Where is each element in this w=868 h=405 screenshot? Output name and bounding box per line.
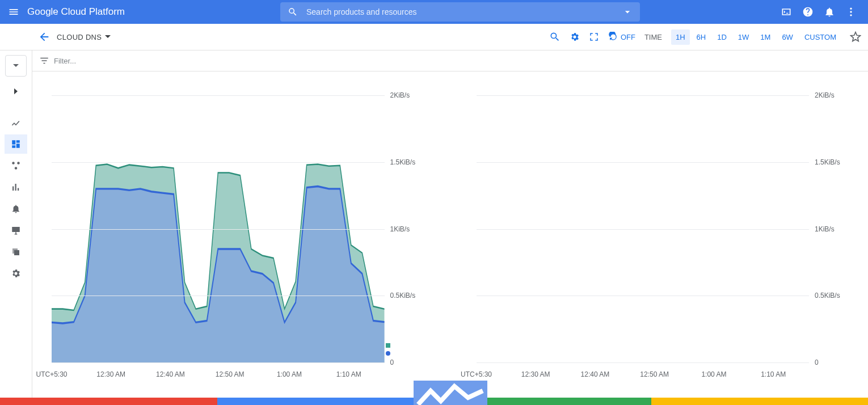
menu-icon xyxy=(8,6,19,18)
settings-button[interactable] xyxy=(570,32,580,42)
svg-point-4 xyxy=(17,162,20,164)
chart-legend xyxy=(386,343,390,356)
svg-point-5 xyxy=(15,167,18,170)
filter-icon xyxy=(39,56,49,66)
hamburger-menu-button[interactable] xyxy=(0,6,27,18)
layers-icon xyxy=(11,247,21,257)
monitoring-logo-icon xyxy=(414,381,487,405)
content-pane: Filter... 00.5KiB/s1KiB/s1.5KiB/s2KiB/sU… xyxy=(32,50,868,398)
global-search[interactable] xyxy=(280,2,640,22)
sidebar-item-services[interactable] xyxy=(5,156,27,175)
x-tick-label: 12:50 AM xyxy=(640,370,669,378)
charts-row: 00.5KiB/s1KiB/s1.5KiB/s2KiB/sUTC+5:3012:… xyxy=(32,71,868,398)
header-actions xyxy=(781,6,868,18)
arrow-back-icon xyxy=(38,31,50,43)
x-tick-label: UTC+5:30 xyxy=(461,370,492,378)
x-tick-label: 12:30 AM xyxy=(521,370,550,378)
gear-icon xyxy=(570,32,580,42)
y-tick-label: 0.5KiB/s xyxy=(390,292,430,299)
notifications-icon[interactable] xyxy=(824,6,835,18)
legend-marker-circle xyxy=(386,351,390,356)
y-tick-label: 0 xyxy=(390,358,430,366)
y-tick-label: 2KiB/s xyxy=(390,91,430,99)
search-icon xyxy=(549,31,561,43)
x-tick-label: 12:40 AM xyxy=(156,370,185,378)
y-tick-label: 1KiB/s xyxy=(815,225,854,233)
sidebar-item-alerting[interactable] xyxy=(5,199,27,218)
sidebar-item-metrics[interactable] xyxy=(5,178,27,197)
sidebar-item-uptime[interactable] xyxy=(5,221,27,240)
page-toolbar: CLOUD DNS OFF TIME 1H6H1D1W1M6WCUSTOM xyxy=(0,24,868,50)
left-sidebar xyxy=(0,50,32,398)
search-input[interactable] xyxy=(305,7,615,17)
x-tick-label: 12:40 AM xyxy=(581,370,610,378)
y-tick-label: 1KiB/s xyxy=(390,225,430,233)
product-title: Google Cloud Platform xyxy=(27,6,148,18)
time-range-1w[interactable]: 1W xyxy=(734,29,754,45)
filter-placeholder: Filter... xyxy=(54,57,76,65)
sidebar-item-dashboards[interactable] xyxy=(5,134,27,154)
breadcrumb[interactable]: CLOUD DNS xyxy=(57,33,111,41)
help-icon[interactable] xyxy=(802,6,814,18)
sidebar-selector-dropdown[interactable] xyxy=(5,55,27,77)
time-range-1d[interactable]: 1D xyxy=(713,29,731,45)
nodes-icon xyxy=(11,161,21,171)
time-range-1h[interactable]: 1H xyxy=(671,29,690,45)
bar-chart-icon xyxy=(11,182,21,192)
y-tick-label: 1.5KiB/s xyxy=(390,158,430,166)
time-range-6h[interactable]: 6H xyxy=(692,29,711,45)
monitor-icon xyxy=(11,225,21,235)
gcp-top-bar: Google Cloud Platform xyxy=(0,0,868,24)
svg-point-1 xyxy=(850,11,852,12)
caret-down-icon xyxy=(105,34,111,40)
sidebar-item-monitoring[interactable] xyxy=(5,113,27,132)
refresh-icon xyxy=(608,32,618,42)
time-range-6w[interactable]: 6W xyxy=(777,29,798,45)
svg-point-0 xyxy=(850,8,852,10)
fullscreen-button[interactable] xyxy=(589,32,599,42)
monitoring-logo xyxy=(414,381,487,405)
svg-point-3 xyxy=(12,162,15,164)
x-tick-label: 1:00 AM xyxy=(701,370,726,378)
y-tick-label: 1.5KiB/s xyxy=(815,158,854,166)
star-outline-icon xyxy=(850,31,861,43)
breadcrumb-label: CLOUD DNS xyxy=(57,33,102,41)
x-tick-label: 12:50 AM xyxy=(216,370,245,378)
fullscreen-icon xyxy=(589,32,599,42)
x-tick-label: 1:10 AM xyxy=(761,370,786,378)
back-button[interactable] xyxy=(32,31,57,43)
star-button[interactable] xyxy=(850,31,861,43)
refresh-label: OFF xyxy=(621,33,635,41)
bar-chart[interactable]: 00.5KiB/s1KiB/s1.5KiB/s2KiB/sUTC+5:3012:… xyxy=(467,88,858,392)
area-chart[interactable]: 00.5KiB/s1KiB/s1.5KiB/s2KiB/sUTC+5:3012:… xyxy=(43,88,433,392)
search-icon xyxy=(280,7,305,17)
caret-down-icon xyxy=(13,63,19,69)
time-range-custom[interactable]: CUSTOM xyxy=(800,29,841,45)
y-tick-label: 0 xyxy=(815,358,854,366)
search-tool-button[interactable] xyxy=(549,31,561,43)
sidebar-item-settings[interactable] xyxy=(5,264,27,283)
more-vertical-icon[interactable] xyxy=(845,6,857,18)
bell-icon xyxy=(11,204,21,214)
x-tick-label: 1:00 AM xyxy=(277,370,302,378)
y-tick-label: 0.5KiB/s xyxy=(815,292,854,299)
dashboard-icon xyxy=(11,139,21,149)
chevron-down-icon[interactable] xyxy=(615,6,640,18)
sidebar-expand-button[interactable] xyxy=(6,83,26,99)
chevron-right-icon xyxy=(11,86,21,96)
filter-bar[interactable]: Filter... xyxy=(32,50,868,71)
cloud-shell-icon[interactable] xyxy=(781,6,792,18)
x-tick-label: 1:10 AM xyxy=(336,370,361,378)
line-chart-icon xyxy=(11,117,21,128)
auto-refresh-toggle[interactable]: OFF xyxy=(608,32,635,42)
y-tick-label: 2KiB/s xyxy=(815,91,854,99)
x-tick-label: 12:30 AM xyxy=(96,370,125,378)
time-range-1m[interactable]: 1M xyxy=(756,29,775,45)
sidebar-item-groups[interactable] xyxy=(5,242,27,261)
legend-marker-square xyxy=(386,343,390,348)
gear-icon xyxy=(11,268,21,279)
svg-point-2 xyxy=(850,14,852,16)
x-tick-label: UTC+5:30 xyxy=(36,370,67,378)
time-label: TIME xyxy=(644,33,662,41)
time-range-group: 1H6H1D1W1M6WCUSTOM xyxy=(671,29,841,45)
